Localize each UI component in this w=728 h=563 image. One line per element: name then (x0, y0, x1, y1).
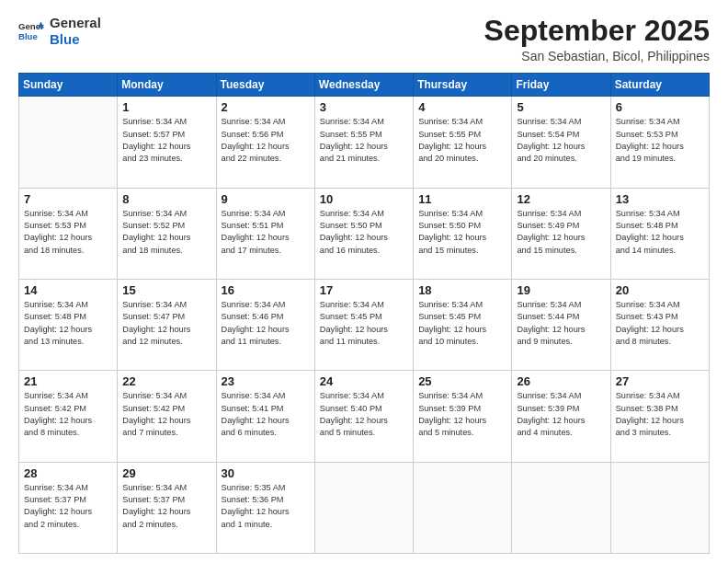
calendar-cell: 14Sunrise: 5:34 AM Sunset: 5:48 PM Dayli… (19, 279, 118, 370)
day-info: Sunrise: 5:34 AM Sunset: 5:53 PM Dayligh… (616, 116, 704, 165)
day-info: Sunrise: 5:34 AM Sunset: 5:42 PM Dayligh… (24, 390, 112, 439)
calendar-cell: 17Sunrise: 5:34 AM Sunset: 5:45 PM Dayli… (314, 279, 413, 370)
title-block: September 2025 San Sebastian, Bicol, Phi… (484, 15, 710, 63)
calendar-cell: 28Sunrise: 5:34 AM Sunset: 5:37 PM Dayli… (19, 462, 118, 553)
day-number: 19 (517, 283, 605, 297)
day-info: Sunrise: 5:35 AM Sunset: 5:36 PM Dayligh… (222, 482, 310, 531)
day-number: 17 (320, 283, 408, 297)
calendar-cell: 23Sunrise: 5:34 AM Sunset: 5:41 PM Dayli… (216, 371, 314, 462)
day-number: 9 (222, 192, 310, 206)
calendar-cell: 6Sunrise: 5:34 AM Sunset: 5:53 PM Daylig… (610, 97, 709, 188)
location: San Sebastian, Bicol, Philippines (484, 49, 710, 63)
day-info: Sunrise: 5:34 AM Sunset: 5:49 PM Dayligh… (517, 208, 605, 257)
day-number: 5 (517, 100, 605, 114)
day-info: Sunrise: 5:34 AM Sunset: 5:39 PM Dayligh… (418, 390, 506, 439)
day-info: Sunrise: 5:34 AM Sunset: 5:41 PM Dayligh… (222, 390, 310, 439)
calendar-week-4: 21Sunrise: 5:34 AM Sunset: 5:42 PM Dayli… (19, 371, 710, 462)
day-number: 16 (222, 283, 310, 297)
calendar-cell: 8Sunrise: 5:34 AM Sunset: 5:52 PM Daylig… (118, 188, 216, 279)
day-number: 22 (122, 374, 210, 388)
day-number: 3 (320, 100, 408, 114)
calendar-cell: 12Sunrise: 5:34 AM Sunset: 5:49 PM Dayli… (512, 188, 610, 279)
calendar-cell: 22Sunrise: 5:34 AM Sunset: 5:42 PM Dayli… (118, 371, 216, 462)
logo-icon: General Blue (18, 18, 44, 44)
calendar-cell: 25Sunrise: 5:34 AM Sunset: 5:39 PM Dayli… (414, 371, 512, 462)
day-number: 15 (122, 283, 210, 297)
day-info: Sunrise: 5:34 AM Sunset: 5:57 PM Dayligh… (122, 116, 210, 165)
calendar-cell: 4Sunrise: 5:34 AM Sunset: 5:55 PM Daylig… (414, 97, 512, 188)
calendar-cell: 1Sunrise: 5:34 AM Sunset: 5:57 PM Daylig… (118, 97, 216, 188)
day-number: 23 (222, 374, 310, 388)
calendar-cell: 27Sunrise: 5:34 AM Sunset: 5:38 PM Dayli… (610, 371, 709, 462)
day-number: 8 (122, 192, 210, 206)
month-year: September 2025 (484, 15, 710, 47)
day-info: Sunrise: 5:34 AM Sunset: 5:53 PM Dayligh… (24, 208, 112, 257)
day-number: 24 (320, 374, 408, 388)
day-number: 13 (616, 192, 704, 206)
day-info: Sunrise: 5:34 AM Sunset: 5:45 PM Dayligh… (320, 299, 408, 348)
day-number: 6 (616, 100, 704, 114)
calendar-cell: 2Sunrise: 5:34 AM Sunset: 5:56 PM Daylig… (216, 97, 314, 188)
logo: General Blue General Blue (18, 15, 101, 48)
calendar-cell: 5Sunrise: 5:34 AM Sunset: 5:54 PM Daylig… (512, 97, 610, 188)
day-number: 28 (24, 466, 112, 480)
calendar-week-3: 14Sunrise: 5:34 AM Sunset: 5:48 PM Dayli… (19, 279, 710, 370)
day-info: Sunrise: 5:34 AM Sunset: 5:37 PM Dayligh… (24, 482, 112, 531)
day-info: Sunrise: 5:34 AM Sunset: 5:40 PM Dayligh… (320, 390, 408, 439)
col-wednesday: Wednesday (314, 74, 413, 97)
calendar-week-2: 7Sunrise: 5:34 AM Sunset: 5:53 PM Daylig… (19, 188, 710, 279)
day-info: Sunrise: 5:34 AM Sunset: 5:38 PM Dayligh… (616, 390, 704, 439)
calendar-cell: 3Sunrise: 5:34 AM Sunset: 5:55 PM Daylig… (314, 97, 413, 188)
svg-text:Blue: Blue (18, 31, 38, 41)
day-info: Sunrise: 5:34 AM Sunset: 5:42 PM Dayligh… (122, 390, 210, 439)
calendar-week-1: 1Sunrise: 5:34 AM Sunset: 5:57 PM Daylig… (19, 97, 710, 188)
day-number: 18 (418, 283, 506, 297)
calendar-cell (512, 462, 610, 553)
day-number: 14 (24, 283, 112, 297)
calendar-cell: 18Sunrise: 5:34 AM Sunset: 5:45 PM Dayli… (414, 279, 512, 370)
day-number: 25 (418, 374, 506, 388)
calendar-week-5: 28Sunrise: 5:34 AM Sunset: 5:37 PM Dayli… (19, 462, 710, 553)
day-info: Sunrise: 5:34 AM Sunset: 5:47 PM Dayligh… (122, 299, 210, 348)
day-number: 2 (222, 100, 310, 114)
day-info: Sunrise: 5:34 AM Sunset: 5:43 PM Dayligh… (616, 299, 704, 348)
day-number: 1 (122, 100, 210, 114)
calendar-cell: 16Sunrise: 5:34 AM Sunset: 5:46 PM Dayli… (216, 279, 314, 370)
day-info: Sunrise: 5:34 AM Sunset: 5:37 PM Dayligh… (122, 482, 210, 531)
calendar-cell: 9Sunrise: 5:34 AM Sunset: 5:51 PM Daylig… (216, 188, 314, 279)
logo-general-text: General (50, 15, 101, 31)
day-info: Sunrise: 5:34 AM Sunset: 5:50 PM Dayligh… (320, 208, 408, 257)
day-number: 20 (616, 283, 704, 297)
calendar-cell: 29Sunrise: 5:34 AM Sunset: 5:37 PM Dayli… (118, 462, 216, 553)
calendar-cell: 30Sunrise: 5:35 AM Sunset: 5:36 PM Dayli… (216, 462, 314, 553)
calendar-cell (610, 462, 709, 553)
day-info: Sunrise: 5:34 AM Sunset: 5:52 PM Dayligh… (122, 208, 210, 257)
calendar-header-row: Sunday Monday Tuesday Wednesday Thursday… (19, 74, 710, 97)
calendar-cell (19, 97, 118, 188)
calendar-cell: 7Sunrise: 5:34 AM Sunset: 5:53 PM Daylig… (19, 188, 118, 279)
calendar-cell: 20Sunrise: 5:34 AM Sunset: 5:43 PM Dayli… (610, 279, 709, 370)
day-info: Sunrise: 5:34 AM Sunset: 5:48 PM Dayligh… (24, 299, 112, 348)
day-info: Sunrise: 5:34 AM Sunset: 5:56 PM Dayligh… (222, 116, 310, 165)
day-info: Sunrise: 5:34 AM Sunset: 5:50 PM Dayligh… (418, 208, 506, 257)
logo-blue-text: Blue (50, 31, 101, 48)
calendar-cell: 10Sunrise: 5:34 AM Sunset: 5:50 PM Dayli… (314, 188, 413, 279)
day-number: 21 (24, 374, 112, 388)
col-thursday: Thursday (414, 74, 512, 97)
day-info: Sunrise: 5:34 AM Sunset: 5:45 PM Dayligh… (418, 299, 506, 348)
calendar-table: Sunday Monday Tuesday Wednesday Thursday… (18, 73, 710, 554)
day-info: Sunrise: 5:34 AM Sunset: 5:54 PM Dayligh… (517, 116, 605, 165)
day-number: 7 (24, 192, 112, 206)
calendar-cell (314, 462, 413, 553)
day-info: Sunrise: 5:34 AM Sunset: 5:55 PM Dayligh… (418, 116, 506, 165)
day-number: 26 (517, 374, 605, 388)
day-number: 29 (122, 466, 210, 480)
col-sunday: Sunday (19, 74, 118, 97)
calendar-cell: 13Sunrise: 5:34 AM Sunset: 5:48 PM Dayli… (610, 188, 709, 279)
day-info: Sunrise: 5:34 AM Sunset: 5:48 PM Dayligh… (616, 208, 704, 257)
day-number: 30 (222, 466, 310, 480)
calendar-page: General Blue General Blue September 2025… (0, 0, 728, 563)
calendar-cell: 19Sunrise: 5:34 AM Sunset: 5:44 PM Dayli… (512, 279, 610, 370)
col-friday: Friday (512, 74, 610, 97)
calendar-cell: 21Sunrise: 5:34 AM Sunset: 5:42 PM Dayli… (19, 371, 118, 462)
